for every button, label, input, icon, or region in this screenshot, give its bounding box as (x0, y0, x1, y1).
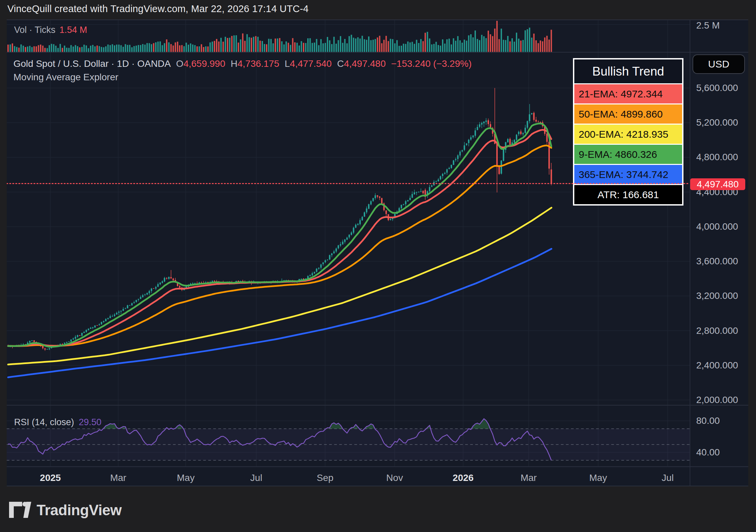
ema-365-line (8, 249, 551, 378)
time-axis-label: 2026 (453, 473, 474, 483)
price-axis-label: 2,000.000 (696, 395, 738, 405)
volume-indicator-label: Vol · Ticks1.54 M (14, 25, 87, 35)
candle-wicks-up (10, 104, 532, 350)
legend-row: 50-EMA: 4899.860 (574, 104, 682, 124)
trend-legend: Bullish Trend 21-EMA: 4972.34450-EMA: 48… (573, 58, 683, 206)
ema-21-line (8, 130, 551, 346)
chart-widget: Vol · Ticks1.54 M Gold Spot / U.S. Dolla… (7, 19, 748, 486)
trend-legend-title: Bullish Trend (574, 59, 682, 83)
last-price-badge: 4,497.480 (690, 178, 745, 190)
price-axis-label: 4,000.000 (696, 221, 738, 232)
change-value: −153.240 (−3.29%) (391, 58, 472, 69)
time-axis-label: Mar (110, 473, 126, 483)
time-axis-label: May (589, 473, 607, 483)
ohlc-key: O (176, 58, 183, 69)
page: VinceQuill created with TradingView.com,… (0, 0, 756, 532)
candle-wicks-down (8, 88, 551, 351)
price-axis-label: 3,200.000 (696, 291, 738, 301)
time-axis-label: Sep (317, 473, 333, 483)
price-axis-label: 5,600.000 (696, 83, 738, 93)
tradingview-logo-icon (9, 502, 31, 519)
price-axis-label: 5,200.000 (696, 117, 738, 128)
rsi-indicator-label: RSI (14, close)29.50 (14, 417, 101, 428)
ohlc-key: C (337, 58, 344, 69)
indicator-name: Moving Average Explorer (13, 72, 118, 83)
ohlc-key: L (285, 58, 290, 69)
price-axis-label: 2,800.000 (696, 325, 738, 336)
rsi-overbought-fill (103, 419, 490, 429)
volume-bars-up (10, 28, 533, 52)
volume-value: 1.54 M (59, 25, 87, 35)
ohlc-value: 4,736.175 (237, 58, 279, 69)
legend-row: 9-EMA: 4860.326 (574, 145, 682, 164)
legend-row: 365-EMA: 3744.742 (574, 165, 682, 184)
time-axis-label: May (177, 473, 195, 483)
ohlc-value: 4,659.990 (183, 58, 225, 69)
attribution-header: VinceQuill created with TradingView.com,… (7, 3, 309, 14)
ohlc-values: O4,659.990H4,736.175L4,477.540C4,497.480 (171, 58, 386, 69)
price-axis-label: 2,400.000 (696, 360, 738, 371)
time-axis-label: Nov (386, 473, 403, 483)
volume-scale-label: 2.5 M (696, 20, 720, 31)
price-axis-label: 4,800.000 (696, 152, 738, 163)
symbol-title: Gold Spot / U.S. Dollar · 1D · OANDA (13, 58, 171, 69)
ohlc-key: H (231, 58, 237, 69)
time-axis-label: Mar (521, 473, 537, 483)
tradingview-logo-text: TradingView (37, 502, 122, 519)
ohlc-value: 4,497.480 (344, 58, 386, 69)
time-axis-label: Jul (662, 473, 674, 483)
tradingview-logo[interactable]: TradingView (9, 502, 122, 519)
volume-label: Vol · Ticks (14, 25, 55, 35)
legend-row: 21-EMA: 4972.344 (574, 84, 682, 103)
rsi-label: RSI (14, close) (14, 417, 74, 427)
time-axis-label: 2025 (40, 473, 61, 483)
symbol-line: Gold Spot / U.S. Dollar · 1D · OANDAO4,6… (13, 58, 472, 69)
legend-row: ATR: 166.681 (574, 185, 682, 204)
currency-button[interactable]: USD (693, 54, 745, 74)
candle-bodies-up (9, 113, 532, 350)
ohlc-value: 4,477.540 (290, 58, 332, 69)
legend-row: 200-EMA: 4218.935 (574, 125, 682, 144)
ema-50-line (8, 145, 551, 346)
ema-9-line (8, 124, 551, 347)
rsi-axis-label: 40.00 (696, 447, 720, 458)
time-axis-label: Jul (250, 473, 262, 483)
price-axis-label: 3,600.000 (696, 256, 738, 267)
rsi-axis-label: 80.00 (696, 415, 720, 426)
rsi-value: 29.50 (79, 417, 102, 427)
